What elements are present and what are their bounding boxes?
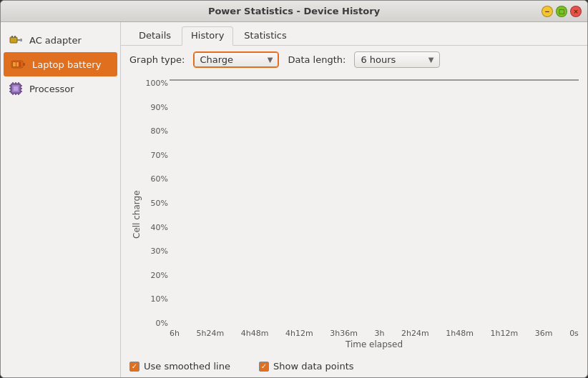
tab-bar: Details History Statistics bbox=[121, 22, 587, 46]
x-label-36m: 36m bbox=[535, 329, 553, 338]
minimize-button[interactable]: − bbox=[542, 6, 553, 17]
processor-icon bbox=[8, 81, 24, 96]
svg-rect-1 bbox=[11, 36, 13, 38]
graph-type-label: Graph type: bbox=[129, 54, 185, 65]
y-label-90: 90% bbox=[144, 104, 168, 111]
y-label-50: 50% bbox=[144, 199, 168, 207]
laptop-battery-label: Laptop battery bbox=[32, 59, 101, 70]
smoothed-line-check-icon bbox=[129, 362, 139, 372]
data-length-dropdown[interactable]: 6 hours ▼ bbox=[354, 51, 440, 68]
y-label-100: 100% bbox=[144, 79, 168, 87]
y-label-10: 10% bbox=[144, 295, 168, 303]
svg-rect-9 bbox=[16, 62, 19, 66]
window-title: Power Statistics - Device History bbox=[208, 6, 380, 16]
tab-details[interactable]: Details bbox=[129, 26, 180, 45]
y-label-0: 0% bbox=[144, 319, 168, 327]
svg-rect-6 bbox=[23, 63, 25, 66]
x-label-4h48m: 4h48m bbox=[241, 329, 269, 338]
ac-adapter-label: AC adapter bbox=[29, 35, 82, 46]
data-length-label: Data length: bbox=[288, 54, 346, 65]
sidebar: AC adapter Laptop battery bbox=[1, 22, 121, 377]
battery-icon bbox=[11, 56, 26, 72]
chart-container: Cell charge 100% 90% 80% 70% 60% 50% bbox=[129, 79, 579, 349]
svg-rect-2 bbox=[14, 36, 16, 38]
y-label-30: 30% bbox=[144, 247, 168, 255]
graph-type-arrow-icon: ▼ bbox=[268, 56, 273, 64]
maximize-button[interactable]: □ bbox=[556, 6, 567, 17]
y-label-20: 20% bbox=[144, 272, 168, 279]
x-label-1h48m: 1h48m bbox=[446, 329, 474, 338]
x-label-0s: 0s bbox=[569, 329, 579, 338]
processor-label: Processor bbox=[29, 84, 74, 94]
x-axis-title: Time elapsed bbox=[170, 339, 579, 349]
bottom-bar: Use smoothed line Show data points bbox=[121, 355, 587, 377]
svg-rect-0 bbox=[10, 37, 17, 43]
sidebar-item-ac-adapter[interactable]: AC adapter bbox=[1, 28, 120, 52]
chart-with-labels: 100% 90% 80% 70% 60% 50% 40% 30% 20% 10% bbox=[170, 79, 579, 327]
titlebar: Power Statistics - Device History − □ × bbox=[1, 1, 587, 22]
x-label-2h24m: 2h24m bbox=[401, 329, 429, 338]
smoothed-line-checkbox[interactable]: Use smoothed line bbox=[129, 361, 230, 372]
chart-area: Cell charge 100% 90% 80% 70% 60% 50% bbox=[121, 74, 587, 355]
show-data-points-check-icon bbox=[259, 362, 269, 372]
tab-history[interactable]: History bbox=[182, 26, 233, 46]
y-axis-label: Cell charge bbox=[129, 79, 144, 349]
main-window: Power Statistics - Device History − □ × … bbox=[0, 0, 588, 378]
ac-adapter-icon bbox=[8, 32, 24, 48]
controls-bar: Graph type: Charge ▼ Data length: 6 hour… bbox=[121, 46, 587, 74]
data-length-value: 6 hours bbox=[361, 54, 396, 65]
svg-rect-4 bbox=[20, 39, 22, 41]
y-label-70: 70% bbox=[144, 151, 168, 159]
content-area: AC adapter Laptop battery bbox=[1, 22, 587, 377]
sidebar-item-processor[interactable]: Processor bbox=[1, 76, 120, 101]
svg-rect-12 bbox=[14, 86, 18, 91]
x-label-3h36m: 3h36m bbox=[330, 329, 358, 338]
y-label-40: 40% bbox=[144, 224, 168, 232]
show-data-points-label: Show data points bbox=[273, 361, 354, 372]
x-label-4h12m: 4h12m bbox=[285, 329, 313, 338]
sidebar-item-laptop-battery[interactable]: Laptop battery bbox=[4, 52, 117, 76]
graph-type-dropdown[interactable]: Charge ▼ bbox=[193, 51, 279, 68]
graph-type-value: Charge bbox=[200, 54, 233, 65]
show-data-points-checkbox[interactable]: Show data points bbox=[259, 361, 354, 372]
x-label-5h24m: 5h24m bbox=[197, 329, 225, 338]
data-length-arrow-icon: ▼ bbox=[428, 56, 434, 64]
y-label-60: 60% bbox=[144, 175, 168, 183]
smoothed-line-label: Use smoothed line bbox=[144, 361, 230, 372]
svg-rect-8 bbox=[13, 62, 16, 66]
x-label-3h: 3h bbox=[375, 329, 385, 338]
x-label-6h: 6h bbox=[170, 329, 180, 338]
x-label-1h12m: 1h12m bbox=[491, 329, 519, 338]
y-axis-labels: 100% 90% 80% 70% 60% 50% 40% 30% 20% 10% bbox=[144, 79, 168, 327]
close-button[interactable]: × bbox=[570, 6, 582, 17]
x-axis-labels: 6h 5h24m 4h48m 4h12m 3h36m 3h 2h24m 1h48… bbox=[170, 329, 579, 338]
chart-grid bbox=[170, 79, 579, 81]
tab-statistics[interactable]: Statistics bbox=[235, 26, 295, 45]
main-panel: Details History Statistics Graph type: C… bbox=[121, 22, 587, 377]
window-controls: − □ × bbox=[542, 6, 582, 17]
y-label-80: 80% bbox=[144, 127, 168, 135]
